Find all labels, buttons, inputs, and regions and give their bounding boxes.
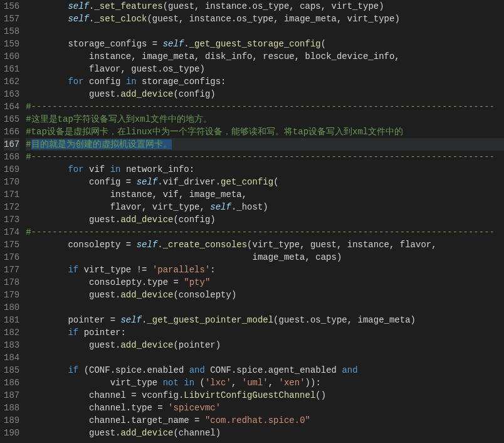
code-token: CONF (205, 365, 231, 375)
line-number[interactable]: 177 (4, 264, 19, 276)
line-number[interactable]: 157 (4, 13, 19, 25)
code-line[interactable]: for config in storage_configs: (26, 75, 504, 88)
code-line[interactable]: channel = vconfig.LibvirtConfigGuestChan… (26, 389, 504, 402)
code-line[interactable]: self._set_features(guest, instance.os_ty… (26, 0, 504, 13)
code-line[interactable]: flavor, virt_type, self._host) (26, 201, 504, 213)
line-number[interactable]: 170 (4, 176, 19, 188)
code-line[interactable]: self._set_clock(guest, instance.os_type,… (26, 13, 504, 25)
code-line[interactable] (26, 301, 504, 314)
line-number[interactable]: 168 (4, 151, 19, 163)
code-line[interactable]: consolepty = self._create_consoles(virt_… (26, 238, 504, 251)
line-number[interactable]: 160 (4, 50, 19, 63)
code-line[interactable]: channel.target_name = "com.redhat.spice.… (26, 414, 504, 427)
line-number[interactable]: 171 (4, 188, 19, 201)
line-number[interactable]: 161 (4, 63, 19, 75)
code-line[interactable]: #---------------------------------------… (26, 226, 504, 238)
code-token: _set_features (94, 1, 162, 11)
line-number[interactable]: 165 (4, 113, 19, 125)
code-line[interactable]: instance, vif, image_meta, (26, 188, 504, 201)
code-token: , (242, 189, 247, 200)
code-line[interactable]: if (CONF.spice.enabled and CONF.spice.ag… (26, 364, 504, 376)
code-token: in (126, 77, 137, 87)
code-token: consolepty (26, 277, 142, 287)
code-line[interactable]: #---------------------------------------… (26, 151, 504, 163)
code-line[interactable]: storage_configs = self._get_guest_storag… (26, 38, 504, 50)
line-number[interactable]: 166 (4, 125, 19, 138)
code-token: . (157, 240, 162, 250)
code-line[interactable]: pointer = self._get_guest_pointer_model(… (26, 314, 504, 326)
code-line[interactable]: consolepty.type = "pty" (26, 276, 504, 289)
code-line[interactable]: guest.add_device(channel) (26, 427, 504, 439)
line-number[interactable]: 169 (4, 163, 19, 176)
line-number[interactable]: 176 (4, 251, 19, 264)
line-number[interactable]: 156 (4, 0, 19, 13)
line-number[interactable]: 186 (4, 376, 19, 389)
code-token: image_meta) (352, 315, 416, 325)
code-line[interactable]: image_meta, caps) (26, 251, 504, 264)
code-line[interactable]: guest.add_device(config) (26, 88, 504, 100)
line-number[interactable]: 188 (4, 402, 19, 414)
code-line[interactable] (26, 25, 504, 38)
line-number[interactable]: 179 (4, 289, 19, 301)
line-number[interactable]: 173 (4, 213, 19, 226)
line-number[interactable]: 178 (4, 276, 19, 289)
code-token: _get_guest_storage_config (189, 39, 321, 49)
code-token (236, 378, 241, 388)
code-token: get_config (221, 177, 273, 187)
code-token: ( (321, 39, 326, 49)
code-token: #这里是tap字符设备写入到xml文件中的地方。 (26, 114, 212, 124)
line-number[interactable]: 163 (4, 88, 19, 100)
code-token: spice (236, 365, 263, 375)
code-line[interactable]: #tap设备是虚拟网卡，在linux中为一个字符设备，能够读和写。将tap设备写… (26, 125, 504, 138)
line-number-gutter[interactable]: 1561571581591601611621631641651661671681… (0, 0, 26, 443)
code-line[interactable]: if virt_type != 'parallels': (26, 264, 504, 276)
code-line[interactable]: guest.add_device(pointer) (26, 339, 504, 351)
line-number[interactable]: 180 (4, 301, 19, 314)
line-number[interactable]: 182 (4, 326, 19, 339)
line-number[interactable]: 162 (4, 75, 19, 88)
code-line[interactable]: guest.add_device(config) (26, 213, 504, 226)
line-number[interactable]: 164 (4, 100, 19, 113)
code-line[interactable]: #这里是tap字符设备写入到xml文件中的地方。 (26, 113, 504, 125)
code-token: "com.redhat.spice.0" (205, 415, 310, 425)
code-line[interactable] (26, 351, 504, 364)
line-number[interactable]: 175 (4, 238, 19, 251)
code-area[interactable]: self._set_features(guest, instance.os_ty… (26, 0, 504, 443)
code-token: , (152, 189, 157, 200)
code-line[interactable]: virt_type not in ('lxc', 'uml', 'xen')): (26, 376, 504, 389)
line-number[interactable]: 181 (4, 314, 19, 326)
code-line[interactable]: if pointer: (26, 326, 504, 339)
code-token: (pointer) (173, 340, 221, 350)
code-token: self (137, 240, 158, 250)
line-number[interactable]: 184 (4, 351, 19, 364)
code-token: disk_info (199, 51, 252, 61)
line-number[interactable]: 189 (4, 414, 19, 427)
line-number[interactable]: 187 (4, 389, 19, 402)
line-number[interactable]: 167 (4, 138, 19, 151)
code-line[interactable]: channel.type = 'spicevmc' (26, 402, 504, 414)
code-line[interactable]: #目的就是为创建的虚拟机设置网卡。 (26, 138, 504, 151)
code-line[interactable]: guest.add_device(consolepty) (26, 289, 504, 301)
line-number[interactable]: 159 (4, 38, 19, 50)
code-token: virt_type (147, 202, 199, 212)
code-editor[interactable]: 1561571581591601611621631641651661671681… (0, 0, 504, 443)
code-line[interactable]: flavor, guest.os_type) (26, 63, 504, 75)
code-token: #---------------------------------------… (26, 227, 495, 237)
code-line[interactable]: #---------------------------------------… (26, 100, 504, 113)
code-token: , (295, 51, 300, 61)
code-token (26, 265, 68, 275)
line-number[interactable]: 158 (4, 25, 19, 38)
line-number[interactable]: 172 (4, 201, 19, 213)
line-number[interactable]: 183 (4, 339, 19, 351)
line-number[interactable]: 185 (4, 364, 19, 376)
line-number[interactable]: 190 (4, 427, 19, 439)
code-line[interactable]: for vif in network_info: (26, 163, 504, 176)
code-token (147, 265, 152, 275)
code-token: , (273, 14, 278, 24)
code-line[interactable]: config = self.vif_driver.get_config( (26, 176, 504, 188)
code-token: : (210, 265, 215, 275)
code-line[interactable]: instance, image_meta, disk_info, rescue,… (26, 50, 504, 63)
line-number[interactable]: 174 (4, 226, 19, 238)
code-token: . (142, 365, 147, 375)
code-token: self (210, 202, 231, 212)
